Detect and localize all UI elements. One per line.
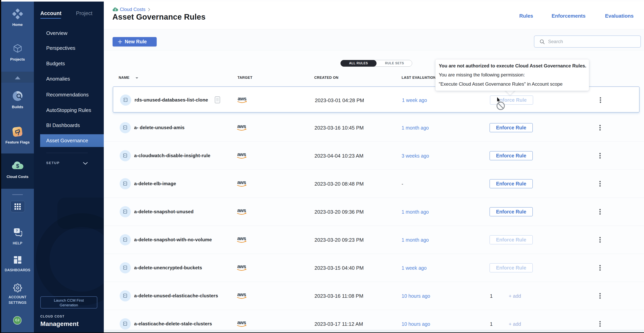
svg-text:aws: aws	[237, 152, 246, 157]
svg-text:aws: aws	[237, 236, 246, 241]
svg-text:$: $	[114, 8, 116, 11]
svg-text:aws: aws	[237, 124, 246, 129]
svg-text:?: ?	[16, 229, 18, 233]
svg-text:aws: aws	[237, 264, 246, 269]
svg-text:aws: aws	[238, 96, 246, 101]
svg-text:$: $	[16, 163, 19, 169]
svg-text:aws: aws	[237, 180, 246, 185]
svg-text:aws: aws	[237, 320, 246, 325]
svg-text:aws: aws	[237, 292, 246, 297]
svg-text:aws: aws	[237, 208, 246, 213]
